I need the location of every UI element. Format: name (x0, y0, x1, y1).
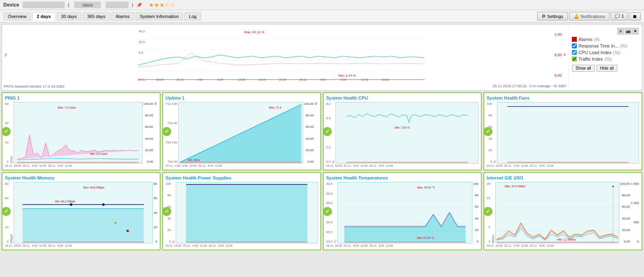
chart-legend: ⊞ 📷 ✖ Alarms (#) Response Time In... (%)… (568, 25, 642, 90)
settings-button[interactable]: ⚙ Settings (537, 12, 568, 20)
device-label: Device (3, 2, 19, 8)
sensor-ping1: PING 1 30 20 10 0 msec (2, 92, 161, 170)
ping-chart-svg: Max: 7,2 msec Min: 0,6 msec (14, 102, 142, 163)
sensor-check-memory: ✓ (2, 207, 11, 216)
main-chart-svg: 40,0 20,0 0,0 Max: 42,11 % Min: 3,74 % 2… (9, 28, 553, 82)
ping-yr-0: 0,00 (143, 160, 153, 163)
svg-text:4:00: 4:00 (197, 78, 203, 81)
pwr-y-40: 40 (166, 217, 171, 220)
ping-yr-100: 100,00 (143, 102, 153, 106)
show-all-button[interactable]: Show all (572, 65, 595, 72)
settings-icon: ⚙ (542, 14, 546, 19)
svg-text:20,0: 20,0 (138, 40, 145, 44)
sensor-check-scpu: ✓ (323, 127, 332, 136)
legend-traffic: Traffic Index (%) (572, 57, 639, 61)
mem-y-60: 60 (5, 196, 9, 200)
prtg-footer: PRTG Network Monitor 17.4.33.3283 (4, 84, 64, 89)
svg-text:8:00: 8:00 (218, 78, 223, 81)
mem-yr-40: 40 (154, 211, 157, 215)
legend-label-traffic: Traffic Index (578, 57, 603, 61)
legend-label-response: Response Time In... (578, 43, 619, 48)
temp-y-40: 40,0 (326, 182, 333, 186)
notifications-button[interactable]: 🔔 Notifications (569, 12, 610, 20)
main-y-left-label: % (4, 53, 8, 57)
fans-y-20: 20 (487, 148, 492, 152)
uptime-y1: 71d 18h (166, 102, 177, 106)
sensor-system-cpu: System Health CPU 8,0 6,0 4,0 2,0 0,0 % (323, 92, 482, 170)
sensor-check-internet: ✓ (483, 207, 492, 216)
inet-yr-20: 20,00 (620, 228, 630, 232)
main-chart-area: % 40,0 20,0 0,0 Max: 42 (2, 24, 642, 91)
sensor-system-fans: System Health Fans 100 80 60 40 20 0 % (483, 92, 642, 170)
alert-icon: 💬 (615, 14, 620, 18)
main-y-right-max: 1,00 (554, 32, 562, 36)
sensor-check-ping1: ✓ (2, 127, 11, 136)
inet-yr2-0: 0 (631, 240, 639, 243)
legend-response: Response Time In... (%) (572, 43, 639, 48)
hide-all-button[interactable]: Hide all (596, 65, 617, 72)
legend-unit-traffic: (%) (605, 57, 612, 61)
legend-buttons: Show all Hide all (572, 65, 639, 72)
svg-text:26.11.: 26.11. (299, 78, 308, 81)
inet-yr2-500: 500 (631, 220, 639, 224)
sensor-power: System Health Power Supplies 100 80 60 4… (162, 172, 321, 250)
pwr-chart-svg (176, 182, 317, 243)
svg-text:20:00: 20:00 (279, 78, 286, 81)
ping-x-labels: 24.11. 18:00 25.11. 6:00 12:00 26.11. 6:… (5, 164, 157, 167)
svg-text:Min: 69 d: Min: 69 d (188, 159, 200, 161)
inet-yr2-1500: 1 500 (631, 182, 639, 186)
svg-text:24.11.: 24.11. (138, 78, 146, 81)
scpu-y-0: 0,0 (326, 160, 331, 163)
pwr-y-100: 100 (166, 182, 171, 186)
inet-yr2-1000: 1 000 (631, 201, 639, 205)
sensor-check-uptime1: ✓ (162, 127, 171, 136)
tab-overview[interactable]: Overview (3, 12, 31, 20)
sensor-grid-row2: System Health Memory 80 60 40 20 0 MByte (2, 172, 642, 250)
svg-text:Min: 1,2 Mbit/s: Min: 1,2 Mbit/s (557, 238, 576, 241)
ping-yr-40: 40,00 (143, 137, 153, 141)
svg-marker-70 (186, 184, 308, 242)
temp-y-34: 34,0 (326, 240, 333, 243)
legend-check-traffic[interactable] (572, 57, 577, 61)
uptime-yr-0: 0,00 (304, 160, 314, 163)
ping-y-right-label: % (154, 102, 157, 163)
svg-point-61 (127, 229, 129, 232)
pwr-y-20: 20 (166, 228, 171, 232)
legend-alarms: Alarms (#) (572, 37, 639, 42)
svg-marker-79 (344, 213, 465, 242)
chart-icon-2[interactable]: 📷 (625, 28, 631, 34)
tab-system-info[interactable]: System Information (136, 12, 184, 20)
inet-yr-0: 0,00 (620, 240, 630, 243)
svg-text:16:00: 16:00 (259, 78, 266, 81)
fans-y-100: 100 (487, 102, 492, 106)
scpu-y-8: 8,0 (326, 102, 331, 106)
tab-365days[interactable]: 365 days (83, 12, 110, 20)
legend-check-cpu[interactable] (572, 50, 577, 55)
svg-marker-55 (23, 209, 144, 242)
ping-y-20: 20 (5, 121, 9, 125)
stop-button[interactable]: ⏹ (629, 12, 641, 20)
inet-yr-80: 80,00 (620, 193, 630, 197)
tab-30days[interactable]: 30 days (57, 12, 82, 20)
uptime-y-right-label: % (314, 102, 318, 163)
mem-y-0: 0 (5, 240, 9, 243)
tab-alarms[interactable]: Alarms (111, 12, 134, 20)
temp-y-36: 36,0 (326, 220, 333, 224)
scpu-y-2: 2,0 (326, 145, 331, 149)
ping-yr-60: 60,00 (143, 125, 153, 129)
bell-icon: 🔔 (574, 14, 579, 19)
scpu-y-label: % (331, 102, 335, 163)
svg-text:25.11.: 25.11. (177, 78, 185, 81)
chart-icon-1[interactable]: ⊞ (617, 28, 624, 34)
fans-y-0: 0 (487, 160, 492, 163)
mem-yr-0: 0 (154, 240, 157, 243)
svg-text:Max: 20,6 Mbit/s: Max: 20,6 Mbit/s (505, 185, 526, 188)
tab-2days[interactable]: 2 days (32, 12, 55, 20)
chart-icon-3[interactable]: ✖ (632, 28, 639, 34)
uptime-y3: 70d 14h (166, 141, 177, 144)
legend-check-response[interactable] (572, 43, 577, 48)
uptime-yr-100: 100,00 (304, 102, 314, 106)
tab-log[interactable]: Log (184, 12, 201, 20)
alert-button[interactable]: 💬 1 (611, 12, 628, 20)
sensor-title-power: System Health Power Supplies (166, 175, 318, 180)
